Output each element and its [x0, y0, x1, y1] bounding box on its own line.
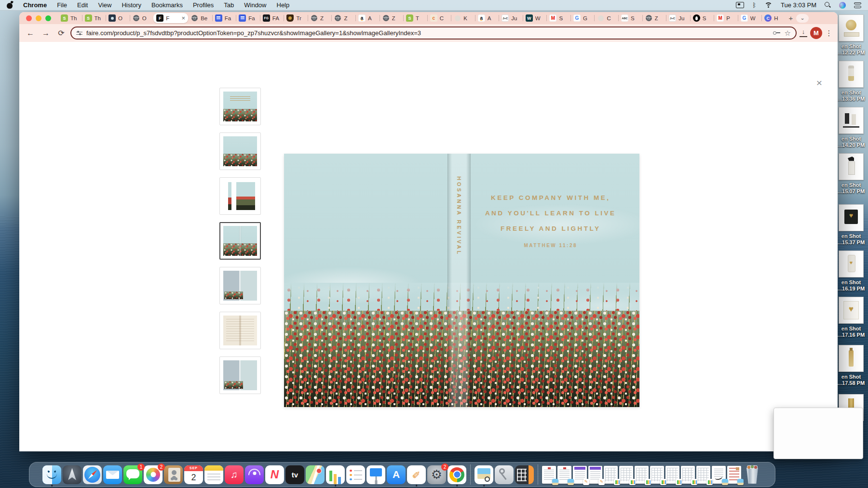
- forward-button[interactable]: →: [40, 27, 52, 40]
- keynote-app-icon[interactable]: [366, 465, 385, 484]
- browser-tab[interactable]: Z: [380, 12, 404, 24]
- desktop-screenshot-file[interactable]: en Shot...17.16 PM: [836, 297, 866, 338]
- dock-document-signature[interactable]: [712, 466, 726, 484]
- dock-item-photos[interactable]: 2: [144, 465, 163, 484]
- browser-tab[interactable]: Tr: [284, 12, 308, 24]
- dock-item-appstore[interactable]: [387, 465, 406, 484]
- siri-icon[interactable]: [839, 2, 846, 9]
- desktop-screenshot-file[interactable]: en Shot...17.58 PM: [836, 345, 866, 386]
- display-icon[interactable]: [736, 2, 744, 8]
- chrome-app-icon[interactable]: [448, 465, 466, 484]
- dock-document-sheet[interactable]: [650, 466, 664, 484]
- dock-item-pages[interactable]: [407, 465, 426, 484]
- maps-app-icon[interactable]: [306, 465, 325, 484]
- dock-item-calendar[interactable]: SEP2: [184, 465, 203, 484]
- dock-item-news[interactable]: [265, 465, 284, 484]
- dock-item-maps[interactable]: [306, 465, 325, 484]
- dock-document-sheet[interactable]: [696, 466, 710, 484]
- browser-tab[interactable]: Th: [58, 12, 82, 24]
- spotlight-search-icon[interactable]: [825, 2, 831, 8]
- finder-app-icon[interactable]: [42, 465, 61, 484]
- menu-app-name[interactable]: Chrome: [23, 1, 47, 9]
- screenshot-thumbnail-icon[interactable]: [839, 251, 864, 277]
- desktop-screenshot-file[interactable]: en Shot...15.37 PM: [836, 204, 866, 246]
- apple-menu-icon[interactable]: [7, 1, 13, 9]
- desktop-screenshot-file[interactable]: en Shot...13.36 PM: [836, 61, 866, 102]
- numbers-app-icon[interactable]: [326, 465, 345, 484]
- dock-item-music[interactable]: [225, 465, 244, 484]
- appstore-app-icon[interactable]: [387, 465, 406, 484]
- desktop-screenshot-file[interactable]: en Shot...16.19 PM: [836, 251, 866, 292]
- back-cover-thumbnail[interactable]: [219, 132, 261, 170]
- screenshot-thumbnail-icon[interactable]: [839, 61, 864, 88]
- browser-tab[interactable]: Ju: [499, 12, 523, 24]
- minimize-window-button[interactable]: [36, 15, 41, 21]
- browser-tab[interactable]: Ju: [666, 12, 690, 24]
- menu-help[interactable]: Help: [277, 1, 290, 9]
- bookmark-star-icon[interactable]: ☆: [785, 29, 791, 37]
- open-notebook-thumbnail[interactable]: [219, 312, 261, 349]
- browser-tab[interactable]: Fa: [236, 12, 260, 24]
- gallery-close-button[interactable]: ×: [813, 77, 826, 90]
- tab-close-icon[interactable]: ×: [182, 15, 186, 21]
- tv-app-icon[interactable]: [285, 465, 304, 484]
- front-cover-thumbnail[interactable]: [219, 88, 261, 125]
- dock-item-notes[interactable]: [204, 465, 223, 484]
- bluetooth-icon[interactable]: ᛒ: [752, 2, 756, 8]
- dock-item-safari[interactable]: [83, 465, 102, 484]
- dock-document-sheet[interactable]: [619, 466, 633, 484]
- screenshot-thumbnail-icon[interactable]: [839, 297, 864, 324]
- profile-avatar[interactable]: M: [810, 27, 822, 39]
- browser-tab[interactable]: H: [761, 12, 786, 24]
- browser-tab[interactable]: Th: [82, 12, 106, 24]
- menu-profiles[interactable]: Profiles: [193, 1, 214, 9]
- browser-tab[interactable]: F×: [153, 13, 188, 23]
- full-wrap-cover-thumbnail[interactable]: [219, 222, 261, 260]
- browser-tab[interactable]: G: [570, 12, 595, 24]
- browser-tab[interactable]: S: [690, 12, 714, 24]
- dock-item-launchpad[interactable]: [63, 465, 81, 484]
- dock-item-mail[interactable]: [103, 465, 122, 484]
- browser-tab[interactable]: Z: [642, 12, 666, 24]
- browser-tab[interactable]: A: [355, 12, 380, 24]
- browser-tab[interactable]: W: [738, 12, 762, 24]
- browser-tab[interactable]: K: [451, 12, 475, 24]
- dock-item-keychain[interactable]: [495, 465, 514, 484]
- browser-tab[interactable]: Z: [308, 12, 332, 24]
- notes-app-icon[interactable]: [204, 465, 223, 484]
- dock-item-settings[interactable]: 2: [427, 465, 446, 484]
- browser-tab[interactable]: Fa: [212, 12, 236, 24]
- browser-tab[interactable]: T: [403, 12, 427, 24]
- calendar-app-icon[interactable]: SEP2: [184, 465, 203, 484]
- spine-view-thumbnail[interactable]: [219, 177, 261, 215]
- launchpad-app-icon[interactable]: [63, 465, 81, 484]
- menu-bookmarks[interactable]: Bookmarks: [151, 1, 183, 9]
- dock-item-preview[interactable]: [475, 465, 493, 484]
- menu-tab[interactable]: Tab: [224, 1, 234, 9]
- screenshot-thumbnail-icon[interactable]: [839, 107, 864, 134]
- screenshot-thumbnail-icon[interactable]: [839, 153, 864, 180]
- reload-button[interactable]: ⟳: [55, 27, 68, 40]
- dock-document-sheet[interactable]: [635, 466, 649, 484]
- open-book-thumbnail[interactable]: [219, 267, 261, 304]
- address-bar[interactable]: faire.com/product/p_s7fsdvdtbp?productOp…: [70, 26, 797, 40]
- browser-tab[interactable]: O: [106, 12, 130, 24]
- open-book-thumbnail-2[interactable]: [219, 356, 261, 394]
- dock-item-messages[interactable]: 1: [123, 465, 142, 484]
- dock-document-sheet[interactable]: [665, 466, 679, 484]
- browser-tab[interactable]: Z: [331, 12, 355, 24]
- new-tab-button[interactable]: +: [786, 14, 796, 22]
- browser-tab[interactable]: C: [594, 12, 618, 24]
- wifi-icon[interactable]: [764, 2, 773, 8]
- browser-tab[interactable]: O: [130, 12, 154, 24]
- trash-icon[interactable]: [743, 464, 762, 485]
- music-app-icon[interactable]: [225, 465, 244, 484]
- dock-document-pages-doc[interactable]: ✎: [588, 466, 602, 484]
- podcasts-app-icon[interactable]: [245, 465, 264, 484]
- dock-document-letter[interactable]: [542, 466, 556, 484]
- dock-item-reminders[interactable]: [346, 465, 365, 484]
- browser-tab[interactable]: W: [523, 12, 547, 24]
- menu-view[interactable]: View: [98, 1, 111, 9]
- close-window-button[interactable]: [26, 15, 32, 21]
- zoom-window-button[interactable]: [45, 15, 51, 21]
